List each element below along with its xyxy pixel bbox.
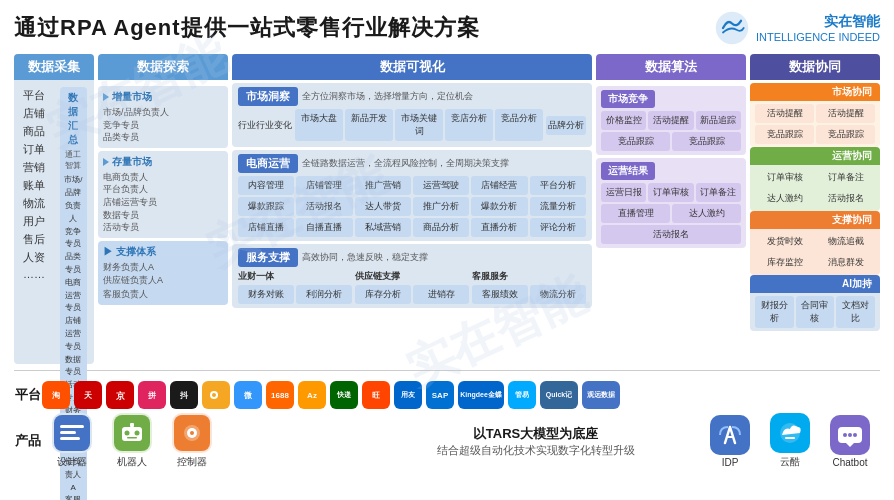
svg-text:京: 京 xyxy=(116,390,126,401)
robot-label: 机器人 xyxy=(117,455,147,469)
explore-stock-title: 存量市场 xyxy=(103,155,223,169)
product-item-yunku[interactable]: 云酷 xyxy=(770,413,810,469)
platform-icon-weidian[interactable]: 微 xyxy=(234,381,262,409)
collab-market-body: 活动提醒 活动提醒 竞品跟踪 竞品跟踪 xyxy=(750,101,880,147)
market-insight-header: 市场洞察 全方位洞察市场，选择增量方向，定位机会 xyxy=(238,87,586,106)
platform-icons: 淘 天 京 拼 抖 微 1688 xyxy=(42,381,880,409)
platform-icon-taobao[interactable]: 淘 xyxy=(42,381,70,409)
section-service-support: 服务支撑 高效协同，急速反映，稳定支撑 业财一体 财务对账 利润分析 供应链支撑 xyxy=(232,244,592,308)
cell-inventory-analysis: 库存分析 xyxy=(355,285,411,304)
collab-ai-cell3: 文档对比 xyxy=(836,296,875,328)
collab-ops-cell1: 订单审核 xyxy=(755,168,814,187)
platform-icon-yonyou[interactable]: 用友 xyxy=(394,381,422,409)
explore-increment-section: 增量市场 市场/品牌负责人竞争专员品类专员 xyxy=(98,86,228,148)
subsection-supply-title: 供应链支撑 xyxy=(355,270,469,283)
algo-market-row1: 价格监控 活动提醒 新品追踪 xyxy=(601,111,741,130)
platform-icon-kingdee[interactable]: Kingdee金蝶 xyxy=(458,381,504,409)
subsection-supply: 供应链支撑 库存分析 进销存 xyxy=(355,270,469,304)
cell-store-ops: 店铺经营 xyxy=(471,176,527,195)
platform-icon-sap[interactable]: SAP xyxy=(426,381,454,409)
cell-finance-reconcile: 财务对账 xyxy=(238,285,294,304)
platform-icon-quick[interactable]: Quick记 xyxy=(540,381,578,409)
platform-row: 平台 淘 天 京 拼 抖 微 1 xyxy=(14,381,880,409)
bottom-platform-wrapper: 平台 淘 天 京 拼 抖 微 1 xyxy=(14,370,880,469)
cell-private-domain: 私域营销 xyxy=(355,218,411,237)
explore-support-title: ▶ 支撑体系 xyxy=(103,245,223,259)
cell-order-review: 订单审核 xyxy=(648,183,693,202)
robot-icon-box xyxy=(112,413,152,453)
collect-items: 平台 店铺 商品 订单 营销 账单 物流 用户 售后 人资 …… xyxy=(17,83,53,285)
product-item-controller[interactable]: 控制器 xyxy=(172,413,212,469)
cell-traffic-analysis: 流量分析 xyxy=(530,197,586,216)
main-title: 通过RPA Agent提供一站式零售行业解决方案 xyxy=(14,13,480,43)
ecom-ops-row1: 内容管理 店铺管理 推广营销 运营驾驶 店铺经营 平台分析 xyxy=(238,176,586,195)
ecom-ops-desc: 全链路数据运营，全流程风险控制，全周期决策支撑 xyxy=(302,157,509,170)
page-wrapper: 实在智能 实在智能 实在智能 通过RPA Agent提供一站式零售行业解决方案 … xyxy=(0,0,894,500)
logo-text: 实在智能 INTELLIGENCE INDEED xyxy=(756,12,880,44)
cell-promo-marketing: 推广营销 xyxy=(355,176,411,195)
cell-activity-signup: 活动报名 xyxy=(296,197,352,216)
ecom-ops-header: 电商运营 全链路数据运营，全流程风险控制，全周期决策支撑 xyxy=(238,154,586,173)
controller-label: 控制器 xyxy=(177,455,207,469)
ecom-ops-title: 电商运营 xyxy=(238,154,298,173)
platform-icon-wangwang[interactable]: 旺 xyxy=(362,381,390,409)
algo-market-row2: 竞品跟踪 竞品跟踪 xyxy=(601,132,741,151)
col-data-collect: 数据采集 平台 店铺 商品 订单 营销 账单 物流 用户 售后 人资 …… xyxy=(14,54,94,364)
col-data-algo: 数据算法 市场竞争 价格监控 活动提醒 新品追踪 竞品跟踪 竞品跟踪 xyxy=(596,54,746,364)
platform-icon-tmall[interactable]: 天 xyxy=(74,381,102,409)
collab-ops-cell2: 订单备注 xyxy=(816,168,875,187)
market-row1-label: 行业行业变化 xyxy=(238,119,292,132)
arrow-icon-2 xyxy=(103,158,109,166)
platform-icon-jd[interactable]: 京 xyxy=(106,381,134,409)
product-label: 产品 xyxy=(14,432,42,450)
algo-ops-row1: 运营日报 订单审核 订单备注 xyxy=(601,183,741,202)
svg-point-30 xyxy=(848,433,852,437)
robot-icon xyxy=(114,415,150,451)
col-header-data-explore: 数据探索 xyxy=(98,54,228,80)
service-support-desc: 高效协同，急速反映，稳定支撑 xyxy=(302,251,428,264)
yunku-label: 云酷 xyxy=(780,455,800,469)
product-item-robot[interactable]: 机器人 xyxy=(112,413,152,469)
idp-icon-box xyxy=(710,415,750,455)
svg-point-5 xyxy=(212,393,216,397)
cell-ops-daily: 运营日报 xyxy=(601,183,646,202)
chatbot-icon xyxy=(830,415,870,455)
cell-kol-bring: 达人带货 xyxy=(355,197,411,216)
section-market-insight: 市场洞察 全方位洞察市场，选择增量方向，定位机会 行业行业变化 市场大盘 新品开… xyxy=(232,83,592,147)
collab-market-cell4: 竞品跟踪 xyxy=(816,125,875,144)
collab-ops-body: 订单审核 订单备注 达人激约 活动报名 xyxy=(750,165,880,211)
tars-box: 以TARS大模型为底座 结合超级自动化技术实现数字化转型升级 xyxy=(361,425,710,458)
collab-ops-row2: 达人激约 活动报名 xyxy=(755,189,875,208)
svg-point-31 xyxy=(853,433,857,437)
controller-icon xyxy=(174,415,210,451)
cell-order-note: 订单备注 xyxy=(696,183,741,202)
explore-increment-sub: 市场/品牌负责人竞争专员品类专员 xyxy=(103,106,223,144)
cell-content-mgmt: 内容管理 xyxy=(238,176,294,195)
cell-market-keyword: 市场关键词 xyxy=(395,109,443,141)
product-item-idp[interactable]: IDP xyxy=(710,415,750,468)
center-box-title: 数据汇总 xyxy=(64,91,84,147)
svg-point-15 xyxy=(135,431,140,436)
cell-live-analysis: 直播分析 xyxy=(471,218,527,237)
header: 通过RPA Agent提供一站式零售行业解决方案 实在智能 INTELLIGEN… xyxy=(14,10,880,46)
collect-item-hr: 人资 xyxy=(23,249,47,266)
platform-icon-guanyi[interactable]: 管易 xyxy=(508,381,536,409)
main-content: 数据采集 平台 店铺 商品 订单 营销 账单 物流 用户 售后 人资 …… xyxy=(14,54,880,364)
platform-icon-amazon[interactable]: Az xyxy=(298,381,326,409)
product-item-designer[interactable]: 设计器 xyxy=(52,413,92,469)
section-ecom-ops: 电商运营 全链路数据运营，全流程风险控制，全周期决策支撑 内容管理 店铺管理 推… xyxy=(232,150,592,241)
platform-icon-guanyuan[interactable]: 观远数据 xyxy=(582,381,620,409)
cell-ops-drive: 运营驾驶 xyxy=(413,176,469,195)
collab-ops-cell3: 达人激约 xyxy=(755,189,814,208)
platform-icon-kuaidi[interactable]: 快递 xyxy=(330,381,358,409)
product-item-chatbot[interactable]: Chatbot xyxy=(830,415,870,468)
collab-ops-cell4: 活动报名 xyxy=(816,189,875,208)
customer-cells: 客服绩效 物流分析 xyxy=(472,285,586,304)
collab-market-cell1: 活动提醒 xyxy=(755,104,814,123)
col-data-collab: 数据协同 市场协同 活动提醒 活动提醒 竞品跟踪 竞品跟踪 运营协同 xyxy=(750,54,880,364)
platform-icon-douyin[interactable]: 抖 xyxy=(170,381,198,409)
platform-icon-kuaishou[interactable] xyxy=(202,381,230,409)
platform-icon-pdd[interactable]: 拼 xyxy=(138,381,166,409)
collab-market-row1: 活动提醒 活动提醒 xyxy=(755,104,875,123)
platform-icon-1688[interactable]: 1688 xyxy=(266,381,294,409)
